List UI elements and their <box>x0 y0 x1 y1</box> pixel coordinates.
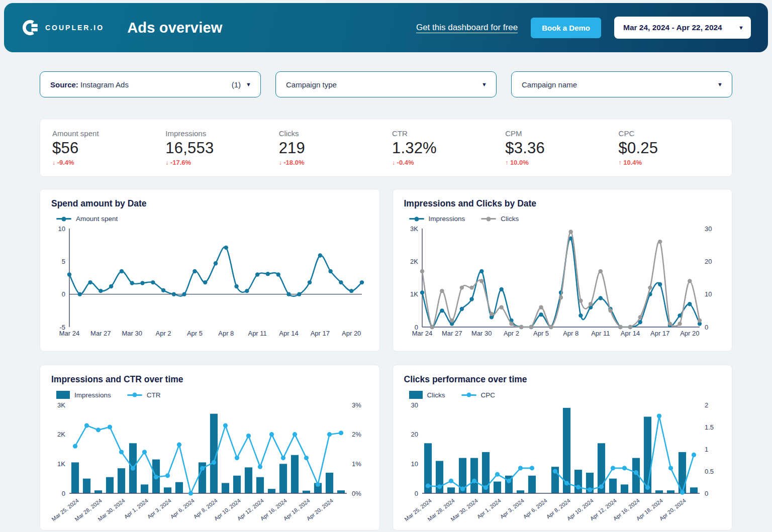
svg-text:Apr 14: Apr 14 <box>620 330 639 337</box>
chart-legend: Amount spent <box>56 215 368 223</box>
svg-text:10: 10 <box>411 460 418 468</box>
line-marker-icon <box>127 394 142 396</box>
source-filter[interactable]: Source: Instagram Ads (1) ▼ <box>40 71 261 97</box>
svg-text:0: 0 <box>705 490 708 497</box>
svg-text:3K: 3K <box>57 402 65 409</box>
clicks-cpc-chart[interactable]: 010203000.511.52Mar 25, 2024Mar 28, 2024… <box>404 402 721 522</box>
spend-by-date-chart[interactable]: -50510Mar 24Mar 27Mar 30Apr 2Apr 5Apr 8A… <box>51 226 368 339</box>
svg-text:2: 2 <box>705 402 708 409</box>
book-demo-button[interactable]: Book a Demo <box>531 18 601 38</box>
svg-text:Mar 24: Mar 24 <box>59 330 79 337</box>
svg-text:0: 0 <box>414 490 418 497</box>
bar-marker-icon <box>56 391 70 399</box>
bar-marker-icon <box>409 391 423 399</box>
legend-cpc: CPC <box>461 391 496 399</box>
arrow-up-icon: ↑ <box>619 159 622 166</box>
svg-text:30: 30 <box>705 226 712 233</box>
svg-text:Apr 17: Apr 17 <box>311 330 330 337</box>
svg-text:Apr 1, 2024: Apr 1, 2024 <box>475 497 502 519</box>
svg-text:Apr 11: Apr 11 <box>591 330 610 337</box>
kpi-delta: ↓ -18.0% <box>279 159 392 166</box>
svg-text:Apr 6, 2024: Apr 6, 2024 <box>522 497 548 519</box>
svg-text:Apr 8: Apr 8 <box>218 330 234 337</box>
impressions-ctr-chart[interactable]: 01K2K3K0%1%2%3%Mar 25, 2024Mar 28, 2024M… <box>51 402 368 522</box>
line-marker-icon <box>56 218 71 220</box>
kpi-clicks: Clicks 219 ↓ -18.0% <box>279 129 392 176</box>
svg-text:Mar 30: Mar 30 <box>122 330 142 337</box>
kpi-delta: ↓ -9.4% <box>52 159 165 166</box>
svg-text:Apr 11: Apr 11 <box>248 330 266 337</box>
svg-text:5: 5 <box>62 258 65 265</box>
kpi-amount-spent: Amount spent $56 ↓ -9.4% <box>52 129 165 176</box>
impressions-ctr-card: Impressions and CTR over time Impression… <box>40 365 380 530</box>
get-dashboard-link[interactable]: Get this dashboard for free <box>416 23 518 33</box>
svg-text:Apr 5: Apr 5 <box>533 330 549 337</box>
svg-text:Apr 1, 2024: Apr 1, 2024 <box>123 497 149 519</box>
svg-text:Mar 30: Mar 30 <box>471 330 492 337</box>
svg-text:0%: 0% <box>352 490 361 497</box>
chart-title: Impressions and CTR over time <box>51 374 368 385</box>
svg-text:20: 20 <box>705 258 712 265</box>
svg-text:Apr 6, 2024: Apr 6, 2024 <box>169 497 196 519</box>
legend-clicks: Clicks <box>481 215 519 223</box>
chevron-down-icon: ▼ <box>481 81 487 87</box>
kpi-cpc: CPC $0.25 ↑ 10.4% <box>619 129 732 176</box>
svg-text:Apr 3, 2024: Apr 3, 2024 <box>146 497 172 519</box>
svg-text:0: 0 <box>705 324 708 331</box>
svg-text:Apr 3, 2024: Apr 3, 2024 <box>499 497 525 519</box>
line-marker-icon <box>481 218 496 220</box>
svg-text:0: 0 <box>62 290 65 298</box>
arrow-down-icon: ↓ <box>392 159 395 166</box>
chevron-down-icon: ▼ <box>738 25 744 31</box>
svg-text:2%: 2% <box>352 431 361 438</box>
kpi-delta: ↑ 10.4% <box>619 159 732 166</box>
kpi-cpm: CPM $3.36 ↑ 10.0% <box>505 129 618 176</box>
kpi-strip: Amount spent $56 ↓ -9.4% Impressions 16,… <box>40 119 732 177</box>
app-header: COUPLER.IO Ads overview Get this dashboa… <box>4 3 768 52</box>
kpi-delta: ↑ 10.0% <box>505 159 618 166</box>
svg-text:1K: 1K <box>410 290 418 298</box>
arrow-down-icon: ↓ <box>279 159 282 166</box>
date-range-picker[interactable]: Mar 24, 2024 - Apr 22, 2024 ▼ <box>614 17 751 39</box>
svg-text:Apr 20: Apr 20 <box>342 330 361 337</box>
impressions-clicks-chart[interactable]: 01K2K3K0102030Mar 24Mar 27Mar 30Apr 2Apr… <box>404 226 721 339</box>
svg-text:1: 1 <box>705 446 708 453</box>
header-actions: Get this dashboard for free Book a Demo … <box>416 17 751 39</box>
svg-text:1.5: 1.5 <box>705 423 714 431</box>
arrow-up-icon: ↑ <box>505 159 508 166</box>
legend-impressions: Impressions <box>56 391 111 399</box>
chart-title: Spend amount by Date <box>51 198 368 209</box>
clicks-performance-card: Clicks performance over time Clicks CPC … <box>393 365 733 530</box>
campaign-type-filter[interactable]: Campaign type ▼ <box>275 71 497 97</box>
kpi-ctr: CTR 1.32% ↓ -0.4% <box>392 129 505 176</box>
svg-text:Apr 20: Apr 20 <box>680 330 699 337</box>
svg-text:1K: 1K <box>57 460 65 468</box>
svg-text:Mar 27: Mar 27 <box>441 330 461 337</box>
coupler-logo: COUPLER.IO <box>21 19 104 37</box>
svg-text:3K: 3K <box>410 226 418 233</box>
chart-legend: Impressions Clicks <box>409 215 721 223</box>
svg-text:0.5: 0.5 <box>705 468 714 475</box>
svg-text:3%: 3% <box>352 402 361 409</box>
line-marker-icon <box>461 394 476 396</box>
svg-text:2K: 2K <box>410 258 418 265</box>
legend-amount-spent: Amount spent <box>56 215 118 223</box>
svg-text:Apr 2: Apr 2 <box>503 330 519 337</box>
svg-text:Apr 8: Apr 8 <box>563 330 578 337</box>
logo-text: COUPLER.IO <box>45 24 104 32</box>
svg-text:20: 20 <box>411 431 418 438</box>
chart-legend: Impressions CTR <box>56 391 368 399</box>
svg-text:Apr 14: Apr 14 <box>279 330 298 337</box>
svg-text:Mar 24: Mar 24 <box>412 330 432 337</box>
campaign-name-label: Campaign name <box>522 80 577 89</box>
campaign-type-label: Campaign type <box>286 80 337 89</box>
svg-text:2K: 2K <box>57 431 65 438</box>
svg-text:1%: 1% <box>352 460 361 468</box>
svg-text:30: 30 <box>411 402 418 409</box>
chart-legend: Clicks CPC <box>409 391 721 399</box>
chart-title: Clicks performance over time <box>404 374 721 385</box>
impressions-clicks-card: Impressions and Clicks by Date Impressio… <box>393 189 733 352</box>
source-filter-label: Source: Instagram Ads <box>50 80 129 89</box>
chevron-down-icon: ▼ <box>717 81 723 87</box>
campaign-name-filter[interactable]: Campaign name ▼ <box>511 71 732 97</box>
